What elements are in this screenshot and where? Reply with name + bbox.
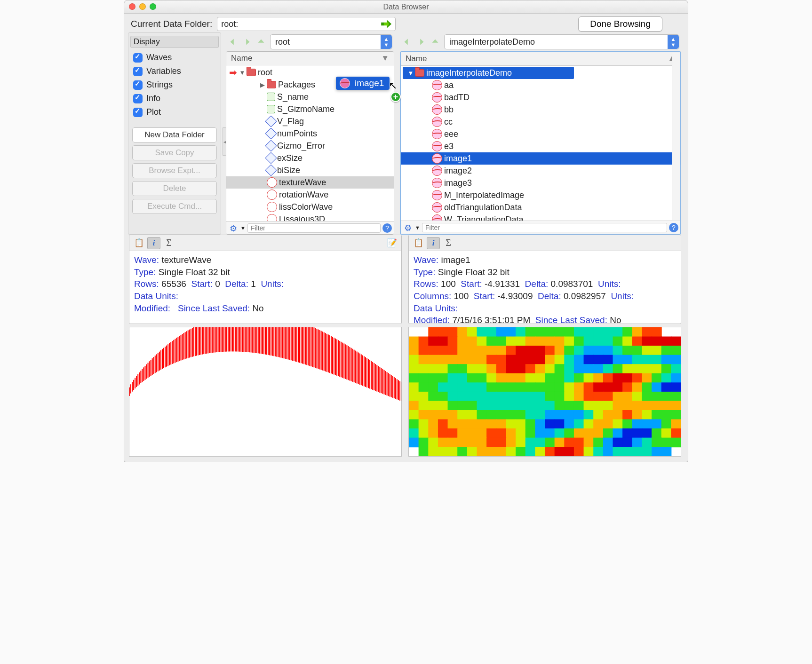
- clipboard-icon[interactable]: 📋: [132, 237, 145, 249]
- svg-rect-401: [584, 392, 594, 402]
- right-folder-combo[interactable]: imageInterpolateDemo ▲▼: [444, 34, 679, 49]
- tree-row[interactable]: V_Flag: [226, 115, 394, 127]
- nav-back-icon[interactable]: [402, 37, 412, 47]
- left-folder-combo[interactable]: root ▲▼: [270, 34, 392, 49]
- tree-row[interactable]: rotationWave: [226, 189, 394, 201]
- minimize-icon[interactable]: [139, 3, 146, 10]
- drag-ghost: image1: [336, 77, 390, 90]
- close-icon[interactable]: [129, 3, 135, 10]
- display-check-waves[interactable]: Waves: [130, 51, 219, 64]
- svg-rect-458: [593, 410, 604, 420]
- svg-rect-378: [632, 382, 643, 392]
- nav-forward-icon[interactable]: [416, 37, 426, 47]
- tree-row[interactable]: lissColorWave: [226, 201, 394, 213]
- svg-rect-436: [652, 401, 662, 411]
- nav-back-icon[interactable]: [228, 37, 238, 47]
- current-folder-field[interactable]: root:: [217, 17, 396, 31]
- svg-rect-393: [506, 392, 516, 402]
- tree-row[interactable]: image1: [401, 152, 680, 165]
- svg-rect-535: [525, 438, 536, 448]
- tree-row[interactable]: biSize: [226, 164, 394, 176]
- svg-rect-265: [622, 346, 633, 356]
- tree-row[interactable]: textureWave: [226, 176, 394, 189]
- display-check-plot[interactable]: Plot: [130, 105, 219, 119]
- svg-rect-541: [584, 438, 594, 448]
- nav-up-icon[interactable]: [256, 37, 266, 47]
- tree-row[interactable]: oldTriangulationData: [401, 201, 680, 213]
- svg-rect-501: [467, 428, 478, 438]
- edit-note-icon[interactable]: 📝: [385, 237, 398, 249]
- svg-rect-322: [632, 364, 643, 374]
- sidebar-button[interactable]: New Data Folder: [132, 127, 217, 142]
- tree-row[interactable]: cc: [401, 116, 680, 128]
- name-column-header[interactable]: Name: [406, 54, 427, 63]
- svg-rect-442: [438, 410, 448, 420]
- gear-icon[interactable]: ⚙: [404, 223, 414, 232]
- svg-rect-522: [671, 428, 681, 438]
- tree-row[interactable]: Gizmo_Error: [226, 140, 394, 152]
- gear-icon[interactable]: ⚙: [230, 223, 239, 233]
- svg-rect-559: [496, 447, 507, 456]
- svg-rect-379: [642, 382, 652, 392]
- svg-rect-205: [564, 327, 574, 337]
- tree-row[interactable]: badTD: [401, 91, 680, 103]
- disclose-icon[interactable]: ▼: [239, 69, 246, 76]
- svg-rect-551: [419, 447, 429, 456]
- tree-row[interactable]: bb: [401, 103, 680, 116]
- wave2-icon: [267, 177, 277, 188]
- chevron-down-icon[interactable]: ▼: [415, 225, 420, 230]
- svg-rect-486: [593, 419, 604, 429]
- right-tree[interactable]: Name▲ ▼ imageInterpolateDemo aabadTDbbcc…: [400, 51, 681, 235]
- tree-row[interactable]: exSize: [226, 152, 394, 164]
- tree-row[interactable]: aa: [401, 79, 680, 91]
- name-column-header[interactable]: Name: [231, 54, 252, 63]
- tree-row[interactable]: W_TriangulationData: [401, 213, 680, 221]
- svg-rect-262: [593, 346, 604, 356]
- clipboard-icon[interactable]: 📋: [412, 237, 425, 249]
- info-mode-icon[interactable]: i: [147, 237, 160, 249]
- nav-up-icon[interactable]: [430, 37, 440, 47]
- tree-row[interactable]: e3: [401, 140, 680, 152]
- tree-row[interactable]: S_name: [226, 91, 394, 103]
- svg-rect-537: [545, 438, 555, 448]
- zoom-icon[interactable]: [150, 3, 156, 10]
- tree-row[interactable]: Lissajous3D: [226, 213, 394, 221]
- done-browsing-button[interactable]: Done Browsing: [578, 16, 662, 32]
- display-check-variables[interactable]: Variables: [130, 64, 219, 78]
- svg-rect-487: [603, 419, 613, 429]
- display-check-info[interactable]: Info: [130, 92, 219, 105]
- tree-row[interactable]: image3: [401, 177, 680, 189]
- tree-row-folder[interactable]: ▼ imageInterpolateDemo: [403, 67, 574, 79]
- tree-row[interactable]: M_InterpolatedImage: [401, 189, 680, 201]
- display-check-strings[interactable]: Strings: [130, 78, 219, 92]
- scrollbar[interactable]: [672, 53, 680, 220]
- disclose-icon[interactable]: ▶: [259, 81, 266, 88]
- filter-input[interactable]: [247, 223, 381, 233]
- svg-rect-320: [613, 364, 623, 374]
- disclose-icon[interactable]: ▼: [407, 70, 414, 77]
- tree-row[interactable]: numPoints: [226, 127, 394, 140]
- tree-row[interactable]: S_GizmoName: [226, 103, 394, 115]
- svg-rect-432: [613, 401, 623, 411]
- tree-row[interactable]: image2: [401, 165, 680, 177]
- sort-desc-icon[interactable]: ▼: [381, 54, 389, 63]
- help-icon[interactable]: ?: [669, 223, 678, 232]
- go-arrow-icon[interactable]: [381, 19, 391, 29]
- info-mode-icon[interactable]: i: [427, 237, 440, 249]
- svg-rect-249: [467, 346, 478, 356]
- stats-mode-icon[interactable]: Σ: [162, 237, 175, 249]
- svg-rect-404: [613, 392, 623, 402]
- tree-row[interactable]: eee: [401, 128, 680, 140]
- chevron-down-icon[interactable]: ▼: [240, 225, 246, 231]
- filter-input[interactable]: [422, 223, 667, 232]
- svg-rect-342: [555, 373, 565, 383]
- help-icon[interactable]: ?: [382, 223, 392, 233]
- svg-rect-224: [496, 337, 507, 347]
- svg-rect-366: [516, 382, 526, 392]
- nav-forward-icon[interactable]: [242, 37, 252, 47]
- svg-rect-569: [593, 447, 604, 456]
- svg-rect-242: [671, 337, 681, 347]
- stats-mode-icon[interactable]: Σ: [442, 237, 455, 249]
- svg-rect-210: [613, 327, 623, 337]
- wave-icon: [432, 166, 442, 176]
